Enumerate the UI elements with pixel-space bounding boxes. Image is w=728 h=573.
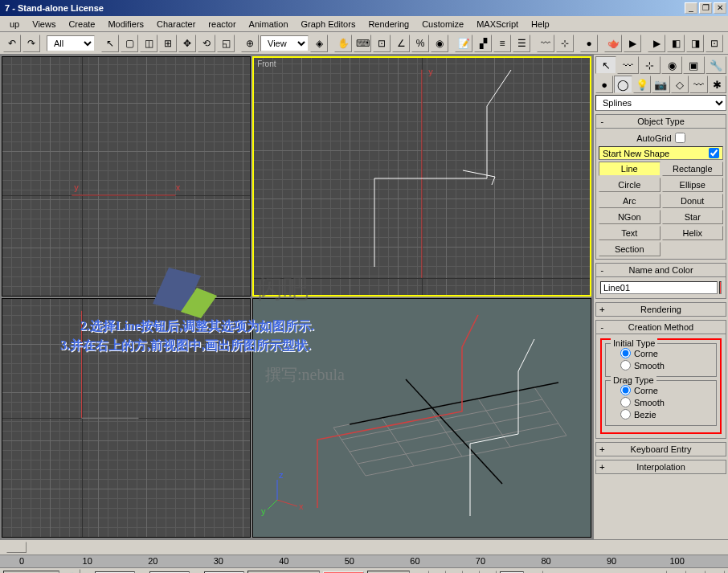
drag-bezier-radio[interactable]	[620, 409, 631, 420]
menu-help[interactable]: Help	[525, 18, 556, 31]
autogrid-checkbox[interactable]	[675, 133, 685, 143]
menu-rendering[interactable]: Rendering	[362, 18, 415, 31]
window-crossing-button[interactable]: ⊞	[159, 35, 177, 52]
category-dropdown[interactable]: Splines	[595, 95, 726, 111]
menu-up[interactable]: up	[3, 18, 26, 31]
scale-button[interactable]: ◱	[217, 35, 235, 52]
btn-arc[interactable]: Arc	[599, 194, 661, 208]
selection-set-dropdown[interactable]: All	[47, 35, 95, 51]
tab-modify[interactable]: 〰	[617, 56, 638, 74]
curve-editor-button[interactable]: 〰	[537, 35, 554, 52]
menu-character[interactable]: Character	[150, 18, 202, 31]
viewport-left[interactable]	[2, 298, 251, 538]
quick-render-button[interactable]: ▶	[624, 35, 641, 52]
rollout-header-namecolor[interactable]: -Name and Color	[596, 264, 726, 277]
tab-utilities[interactable]: 🔧	[706, 56, 726, 74]
time-ruler[interactable]: 0 10 20 30 40 50 60 70 80 90 100	[0, 555, 728, 568]
play-button[interactable]: ▶	[648, 35, 665, 52]
select-region-button[interactable]: ◫	[140, 35, 157, 52]
named-sets-button[interactable]: 📝	[455, 35, 472, 52]
layers-button[interactable]: ☰	[513, 35, 530, 52]
minimize-button[interactable]: _	[685, 2, 697, 14]
keymode-button[interactable]: ⌨	[354, 35, 371, 52]
rollout-rendering[interactable]: +Rendering	[595, 302, 726, 317]
schematic-button[interactable]: ⊹	[556, 35, 574, 52]
undo-button[interactable]: ↶	[3, 35, 21, 52]
menu-maxscript[interactable]: MAXScript	[470, 18, 525, 31]
subtab-systems[interactable]: ✱	[709, 76, 726, 93]
rollout-keyboard-entry[interactable]: +Keyboard Entry	[595, 442, 726, 456]
tool3-button[interactable]: ⊡	[706, 35, 723, 52]
object-color-swatch[interactable]	[719, 281, 722, 294]
time-slider-thumb[interactable]	[6, 542, 27, 553]
viewport-perspective[interactable]: x y z	[252, 298, 591, 538]
btn-donut[interactable]: Donut	[662, 194, 724, 208]
snap-button[interactable]: ⊡	[373, 35, 391, 52]
btn-text[interactable]: Text	[599, 226, 661, 240]
rotate-button[interactable]: ⟲	[198, 35, 215, 52]
menu-grapheditors[interactable]: Graph Editors	[295, 18, 362, 31]
material-button[interactable]: ●	[580, 35, 598, 52]
btn-line[interactable]: Line	[599, 162, 661, 176]
mirror-button[interactable]: ▞	[474, 35, 492, 52]
initial-smooth-radio[interactable]	[620, 360, 631, 370]
align-button[interactable]: ≡	[493, 35, 511, 52]
btn-helix[interactable]: Helix	[662, 226, 724, 240]
startshape-checkbox[interactable]	[709, 148, 719, 158]
menu-create[interactable]: Create	[62, 18, 101, 31]
tab-motion[interactable]: ◉	[661, 56, 682, 74]
lock-button[interactable]: 🔒	[63, 569, 80, 573]
drag-smooth-radio[interactable]	[620, 397, 631, 407]
subtab-spacewarps[interactable]: 〰	[689, 76, 707, 93]
btn-rectangle[interactable]: Rectangle	[662, 162, 724, 176]
initial-corner-radio[interactable]	[620, 348, 631, 358]
tab-hierarchy[interactable]: ⊹	[640, 56, 661, 74]
close-button[interactable]: ✕	[714, 2, 726, 14]
subtab-geometry[interactable]: ●	[595, 76, 613, 93]
angle-snap-button[interactable]: ∠	[392, 35, 410, 52]
btn-ngon[interactable]: NGon	[599, 210, 661, 224]
refcoord-button[interactable]: ⊕	[241, 35, 259, 52]
object-name-input[interactable]	[600, 281, 718, 294]
percent-snap-button[interactable]: %	[411, 35, 429, 52]
redo-button[interactable]: ↷	[22, 35, 40, 52]
main-toolbar: ↶ ↷ All ↖ ▢ ◫ ⊞ ✥ ⟲ ◱ ⊕ View ◈ ✋ ⌨ ⊡ ∠ %…	[0, 32, 728, 55]
rollout-interpolation[interactable]: +Interpolation	[595, 460, 726, 474]
axis-x-label: x	[176, 182, 181, 192]
select-button[interactable]: ↖	[101, 35, 119, 52]
maximize-button[interactable]: ❐	[699, 2, 712, 14]
tab-create[interactable]: ↖	[595, 56, 616, 74]
btn-circle[interactable]: Circle	[599, 178, 661, 192]
subtab-helpers[interactable]: ◇	[671, 76, 689, 93]
rollout-header-objecttype[interactable]: -Object Type	[596, 115, 726, 129]
manipulate-button[interactable]: ✋	[334, 35, 352, 52]
refcoord-dropdown[interactable]: View	[260, 35, 309, 51]
select-name-button[interactable]: ▢	[121, 35, 138, 52]
move-button[interactable]: ✥	[178, 35, 196, 52]
menu-views[interactable]: Views	[26, 18, 62, 31]
spinner-snap-button[interactable]: ◉	[431, 35, 448, 52]
menu-modifiers[interactable]: Modifiers	[101, 18, 150, 31]
viewport-top[interactable]: x y	[2, 56, 251, 297]
render-scene-button[interactable]: 🫖	[604, 35, 622, 52]
rollout-header-creation[interactable]: -Creation Method	[596, 321, 726, 334]
btn-star[interactable]: Star	[662, 210, 724, 224]
rollout-name-color: -Name and Color	[595, 263, 726, 299]
svg-line-17	[277, 500, 297, 506]
drag-corner-radio[interactable]	[620, 385, 631, 395]
rollout-creation-method: -Creation Method Initial Type Corne Smoo…	[595, 320, 726, 439]
menu-animation[interactable]: Animation	[243, 18, 295, 31]
pivot-button[interactable]: ◈	[310, 35, 328, 52]
tool1-button[interactable]: ◧	[667, 35, 685, 52]
subtab-shapes[interactable]: ◯	[614, 76, 632, 93]
subtab-lights[interactable]: 💡	[633, 76, 651, 93]
menu-reactor[interactable]: reactor	[202, 18, 242, 31]
subtab-cameras[interactable]: 📷	[652, 76, 669, 93]
menu-customize[interactable]: Customize	[415, 18, 470, 31]
btn-ellipse[interactable]: Ellipse	[662, 178, 724, 192]
tool2-button[interactable]: ◨	[686, 35, 704, 52]
tab-display[interactable]: ▣	[683, 56, 704, 74]
viewport-front[interactable]: Front y	[252, 56, 591, 297]
time-slider[interactable]	[0, 539, 728, 555]
btn-section[interactable]: Section	[599, 242, 661, 256]
